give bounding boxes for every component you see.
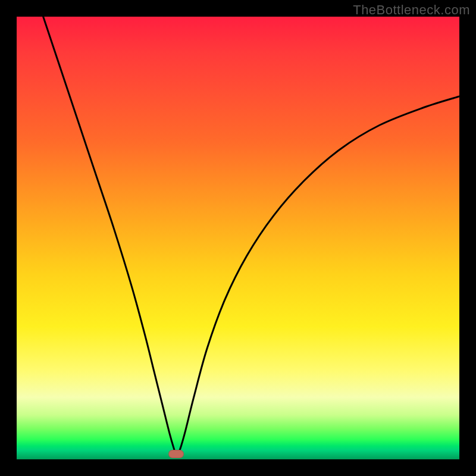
plot-area (17, 17, 459, 459)
curve-svg (17, 17, 459, 459)
bottleneck-curve (43, 17, 459, 454)
chart-frame: TheBottleneck.com (0, 0, 476, 476)
optimal-point-marker (168, 450, 184, 458)
watermark-text: TheBottleneck.com (353, 2, 470, 18)
